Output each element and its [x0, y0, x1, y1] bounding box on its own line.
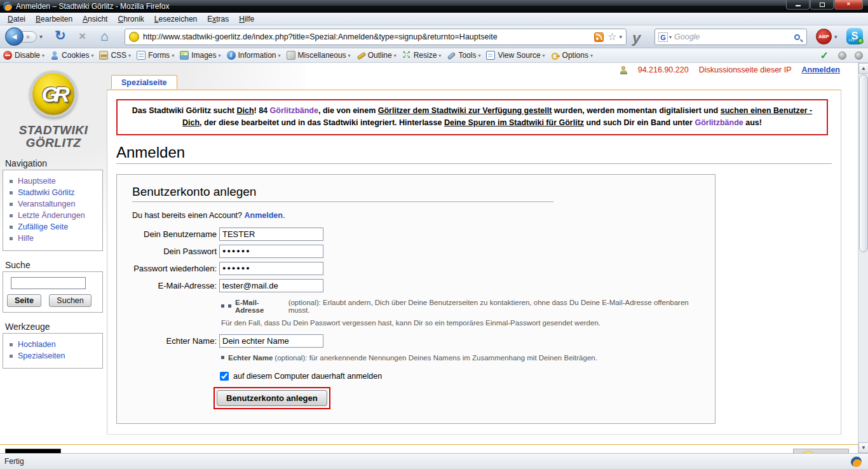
adblock-dropdown-icon[interactable]: ▾ — [834, 34, 837, 40]
google-engine-icon[interactable]: G — [658, 32, 668, 42]
password-field[interactable] — [219, 245, 323, 258]
home-button[interactable]: ⌂ — [100, 29, 109, 44]
miscellaneous-icon — [287, 51, 295, 60]
webdev-options[interactable]: Options▾ — [551, 51, 593, 60]
engine-dropdown-icon[interactable]: ▾ — [669, 34, 672, 40]
cc-by-sa-badge[interactable]: cc ♟BY ↺SA — [5, 449, 61, 453]
adblock-plus-icon[interactable]: ABP — [816, 29, 832, 44]
search-icon[interactable] — [794, 34, 800, 40]
restore-button[interactable] — [810, 0, 834, 10]
bullet-square-icon — [10, 237, 13, 240]
reload-button[interactable]: ↻ — [55, 28, 66, 43]
webdev-tools[interactable]: Tools▾ — [447, 51, 480, 60]
web-search-input[interactable] — [674, 32, 794, 41]
status-circle-icon — [838, 51, 846, 60]
menu-hilfe[interactable]: Hilfe — [234, 13, 259, 25]
signup-form-box: Benutzerkonto anlegen Du hast bereits ei… — [116, 174, 715, 424]
site-logo[interactable]: GR STADTWIKI GÖRLITZ — [0, 68, 107, 149]
sidebar: GR STADTWIKI GÖRLITZ Navigation Hauptsei… — [0, 68, 107, 369]
webdev-outline[interactable]: Outline▾ — [356, 51, 397, 60]
url-bar: ☆ ▾ — [125, 29, 627, 45]
back-button[interactable]: ◄ — [5, 27, 24, 46]
page-tabs: Spezialseite — [107, 75, 841, 90]
portlet-title: Suche — [5, 260, 103, 270]
goerlitzbaende-link[interactable]: Görlitzbände — [270, 106, 318, 115]
password-repeat-label: Passwort wiederholen: — [132, 264, 217, 273]
menu-chronik[interactable]: Chronik — [112, 13, 149, 25]
anmelden-link[interactable]: Anmelden — [245, 211, 283, 220]
sidebar-item-stadtwiki-goerlitz[interactable]: Stadtwiki Görlitz — [10, 188, 100, 197]
wiki-search-input[interactable] — [11, 277, 86, 289]
password-repeat-row: Passwort wiederholen: — [132, 262, 700, 275]
navigation-toolbar: ◄ ► ▾ ↻ × ⌂ ☆ ▾ y G ▾ ABP ▾ S 123 — [0, 25, 868, 48]
webdev-cookies[interactable]: Cookies▾ — [50, 51, 93, 60]
menu-extras[interactable]: Extras — [202, 13, 234, 25]
stop-button[interactable]: × — [79, 29, 86, 43]
disable-icon — [3, 51, 12, 60]
bullet-square-icon — [228, 304, 231, 308]
yahoo-icon[interactable]: y — [632, 30, 641, 46]
webdev-miscellaneous[interactable]: Miscellaneous▾ — [287, 51, 351, 60]
mediawiki-badge[interactable]: [ ] Powered By MediaWiki — [793, 449, 849, 453]
url-dropdown-icon[interactable]: ▾ — [619, 34, 622, 40]
options-icon — [551, 51, 560, 60]
webdeveloper-toolbar: Disable▾ Cookies▾ cssCSS▾ Forms▾ Images▾… — [0, 48, 868, 63]
submit-highlight-box: Benutzerkonto anlegen — [214, 387, 330, 409]
vertical-scrollbar[interactable]: ▲ ▼ — [858, 63, 868, 453]
close-button[interactable]: × — [834, 0, 863, 10]
bullet-square-icon — [10, 355, 13, 358]
search-page-button[interactable]: Seite — [7, 294, 41, 307]
validation-check-icon: ✓ — [820, 50, 829, 62]
ip-user-link[interactable]: 94.216.90.220 — [638, 65, 689, 74]
webdev-resize[interactable]: ↖↗↙↘Resize▾ — [402, 51, 442, 60]
menu-datei[interactable]: Datei — [3, 13, 31, 25]
username-row: Dein Benutzername — [132, 228, 700, 241]
outline-icon — [356, 51, 365, 60]
scroll-down-icon[interactable]: ▼ — [858, 442, 868, 453]
email-field[interactable] — [219, 279, 323, 292]
minimize-button[interactable] — [786, 0, 810, 10]
scroll-up-icon[interactable]: ▲ — [858, 63, 868, 74]
sidebar-item-hochladen[interactable]: Hochladen — [10, 340, 100, 349]
webdev-view-source[interactable]: View Source▾ — [486, 51, 545, 60]
rss-feed-icon[interactable] — [594, 32, 604, 42]
firefox-icon — [851, 456, 862, 467]
sidebar-item-veranstaltungen[interactable]: Veranstaltungen — [10, 200, 100, 208]
sidebar-item-letzte-aenderungen[interactable]: Letzte Änderungen — [10, 211, 100, 220]
search-fulltext-button[interactable]: Suchen — [49, 294, 91, 307]
webdev-disable[interactable]: Disable▾ — [3, 51, 44, 60]
webdev-information[interactable]: iInformation▾ — [227, 51, 281, 60]
history-dropdown-icon[interactable]: ▾ — [39, 33, 43, 40]
skype-phone-icon — [858, 38, 864, 44]
username-field[interactable] — [219, 228, 323, 241]
bullet-square-icon — [10, 191, 13, 194]
tab-spezialseite[interactable]: Spezialseite — [111, 75, 177, 89]
create-account-button[interactable]: Benutzerkonto anlegen — [217, 390, 327, 406]
sidebar-item-spezialseiten[interactable]: Spezialseiten — [10, 351, 100, 360]
personal-bar: 94.216.90.220 Diskussionsseite dieser IP… — [620, 65, 840, 74]
sidebar-item-zufaellige-seite[interactable]: Zufällige Seite — [10, 222, 100, 231]
forms-icon — [137, 51, 146, 60]
url-input[interactable] — [143, 32, 594, 41]
menu-ansicht[interactable]: Ansicht — [78, 13, 112, 25]
remember-checkbox[interactable] — [220, 372, 229, 381]
bullet-square-icon — [221, 356, 224, 359]
login-link[interactable]: Anmelden — [802, 65, 840, 74]
username-label: Dein Benutzername — [132, 229, 217, 239]
realname-field[interactable] — [219, 334, 323, 348]
webdev-forms[interactable]: Forms▾ — [137, 51, 174, 60]
scrollbar-thumb[interactable] — [859, 74, 868, 252]
menu-lesezeichen[interactable]: Lesezeichen — [149, 13, 202, 25]
webdev-images[interactable]: Images▾ — [180, 51, 220, 60]
email-help-line2: Für den Fall, dass Du Dein Passwort verg… — [221, 319, 700, 327]
bookmark-star-icon[interactable]: ☆ — [607, 32, 616, 41]
ip-talk-link[interactable]: Diskussionsseite dieser IP — [699, 65, 792, 74]
password-repeat-field[interactable] — [219, 262, 323, 275]
menu-bearbeiten[interactable]: Bearbeiten — [31, 13, 78, 25]
webdev-css[interactable]: cssCSS▾ — [99, 51, 131, 60]
sidebar-item-hauptseite[interactable]: Hauptseite — [10, 177, 100, 186]
goerlitzbaende-link[interactable]: Görlitzbände — [695, 118, 743, 127]
realname-help: Echter Name (optional): für anerkennende… — [221, 354, 700, 362]
sidebar-item-hilfe[interactable]: Hilfe — [10, 234, 100, 243]
bullet-square-icon — [221, 304, 224, 308]
